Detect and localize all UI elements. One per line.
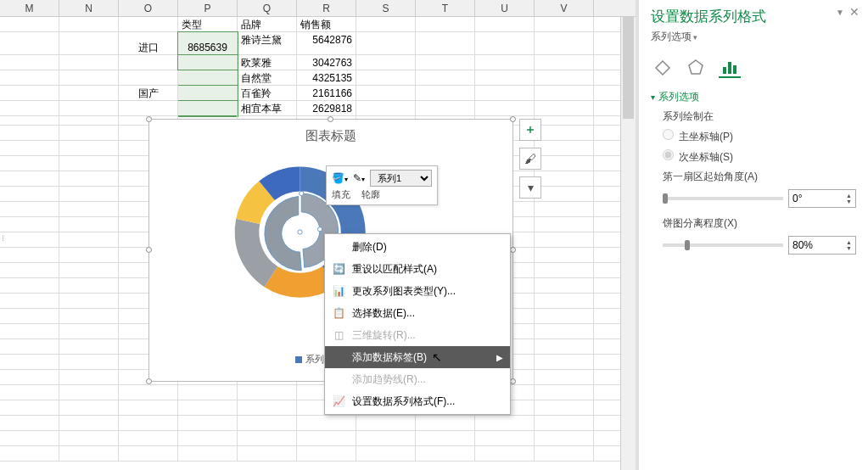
effects-tab[interactable] xyxy=(685,56,707,78)
fill-label: 填充 xyxy=(332,189,350,199)
close-icon[interactable]: ✕ xyxy=(849,5,860,19)
rotate-3d-icon: ◫ xyxy=(330,329,347,341)
col-header[interactable]: R xyxy=(297,0,356,16)
menu-3d-rotation: ◫三维旋转(R)... xyxy=(325,324,510,346)
svg-rect-6 xyxy=(733,65,736,74)
explosion-spin[interactable]: 80%▲▼ xyxy=(788,236,856,255)
explosion-slider[interactable] xyxy=(663,243,783,247)
angle-spin[interactable]: 0°▲▼ xyxy=(788,189,856,208)
spinner-icon[interactable]: ▲▼ xyxy=(846,239,852,251)
secondary-axis-radio[interactable]: 次坐标轴(S) xyxy=(663,149,856,165)
angle-slider[interactable] xyxy=(663,197,783,200)
col-header[interactable]: O xyxy=(119,0,178,16)
cell[interactable]: 百雀羚 xyxy=(238,86,297,100)
menu-format-data-series[interactable]: 📈设置数据系列格式(F)... xyxy=(325,390,510,412)
menu-select-data[interactable]: 📋选择数据(E)... xyxy=(325,302,510,324)
context-menu: 删除(D) 🔄重设以匹配样式(A) 📊更改系列图表类型(Y)... 📋选择数据(… xyxy=(324,233,511,415)
first-slice-angle-label: 第一扇区起始角度(A) xyxy=(663,170,856,184)
cell[interactable]: 4325135 xyxy=(297,70,356,85)
fill-icon[interactable]: 🪣▾ xyxy=(332,172,348,184)
effects-icon xyxy=(686,58,705,76)
chart-floating-buttons: ＋ 🖌 ▾ xyxy=(519,119,541,205)
cell[interactable]: 欧莱雅 xyxy=(238,55,297,70)
outline-label: 轮廓 xyxy=(361,189,380,199)
svg-rect-4 xyxy=(723,67,726,74)
col-header[interactable]: N xyxy=(59,0,119,16)
col-header[interactable]: V xyxy=(535,0,594,16)
svg-point-1 xyxy=(317,227,322,232)
explosion-label: 饼图分离程度(X) xyxy=(663,216,856,231)
svg-marker-3 xyxy=(689,60,703,74)
menu-delete[interactable]: 删除(D) xyxy=(325,236,510,258)
plus-icon: ＋ xyxy=(524,122,536,137)
paint-bucket-icon xyxy=(652,58,671,76)
col-header[interactable]: M xyxy=(0,0,59,16)
cell[interactable]: 自然堂 xyxy=(238,70,297,85)
bar-chart-icon xyxy=(720,57,739,76)
col-header[interactable]: Q xyxy=(238,0,297,16)
plotted-on-label: 系列绘制在 xyxy=(663,109,856,124)
chart-type-icon: 📊 xyxy=(330,285,347,297)
chart-styles-button[interactable]: 🖌 xyxy=(519,148,541,170)
series-options-tab[interactable] xyxy=(719,56,741,78)
cell[interactable]: 雅诗兰黛 xyxy=(238,32,297,54)
cell-brand-header[interactable]: 品牌 xyxy=(238,17,297,31)
cell-type2[interactable]: 国产 xyxy=(119,70,178,116)
outline-icon[interactable]: ✎▾ xyxy=(353,172,365,184)
menu-reset-style[interactable]: 🔄重设以匹配样式(A) xyxy=(325,258,510,280)
submenu-arrow-icon: ▶ xyxy=(496,353,503,362)
cell[interactable]: 3042763 xyxy=(297,55,356,70)
brush-icon: 🖌 xyxy=(524,152,536,165)
cell-grid[interactable]: 类型 品牌 销售额 进口 8685639 雅诗兰黛 5642876 欧莱雅 30… xyxy=(0,17,636,116)
menu-add-trendline: 添加趋势线(R)... xyxy=(325,368,510,390)
series-options-section[interactable]: 系列选项 xyxy=(651,90,856,104)
cell-type-header[interactable]: 类型 xyxy=(178,17,238,31)
col-header[interactable]: S xyxy=(356,0,416,16)
svg-point-2 xyxy=(298,230,302,234)
vertical-scrollbar[interactable] xyxy=(620,17,636,470)
chart-filters-button[interactable]: ▾ xyxy=(519,176,541,199)
pane-dropdown-icon[interactable]: ▼ xyxy=(836,8,844,17)
mini-toolbar[interactable]: 🪣▾ ✎▾ 系列1 填充 轮廓 xyxy=(326,165,438,205)
svg-rect-5 xyxy=(728,62,731,74)
svg-point-0 xyxy=(300,191,304,195)
col-header[interactable]: U xyxy=(475,0,535,16)
cell-sales-header[interactable]: 销售额 xyxy=(297,17,356,31)
select-data-icon: 📋 xyxy=(330,307,347,319)
menu-add-data-labels[interactable]: 添加数据标签(B)▶ xyxy=(325,346,510,368)
format-pane: ▼ ✕ 设置数据系列格式 系列选项 系列选项 系列绘制在 主坐标轴(P) 次坐标… xyxy=(639,0,868,470)
chart-elements-button[interactable]: ＋ xyxy=(519,119,541,141)
menu-change-chart-type[interactable]: 📊更改系列图表类型(Y)... xyxy=(325,280,510,302)
fill-line-tab[interactable] xyxy=(651,56,673,78)
col-header[interactable]: T xyxy=(416,0,475,16)
column-headers: M N O P Q R S T U V xyxy=(0,0,636,17)
worksheet-area[interactable]: M N O P Q R S T U V 类型 品牌 销售额 进口 8685639… xyxy=(0,0,636,470)
format-series-icon: 📈 xyxy=(330,395,347,407)
spinner-icon[interactable]: ▲▼ xyxy=(846,193,852,204)
funnel-icon: ▾ xyxy=(528,181,534,194)
col-header[interactable]: P xyxy=(178,0,238,16)
series-dropdown[interactable]: 系列1 xyxy=(370,170,432,187)
chart-title[interactable]: 图表标题 xyxy=(149,120,512,144)
primary-axis-radio[interactable]: 主坐标轴(P) xyxy=(663,129,856,144)
cell[interactable]: 2161166 xyxy=(297,86,356,100)
cell[interactable]: 5642876 xyxy=(297,32,356,54)
series-options-dropdown[interactable]: 系列选项 xyxy=(651,31,697,42)
reset-icon: 🔄 xyxy=(330,263,347,275)
pane-title: 设置数据系列格式 xyxy=(651,7,856,26)
